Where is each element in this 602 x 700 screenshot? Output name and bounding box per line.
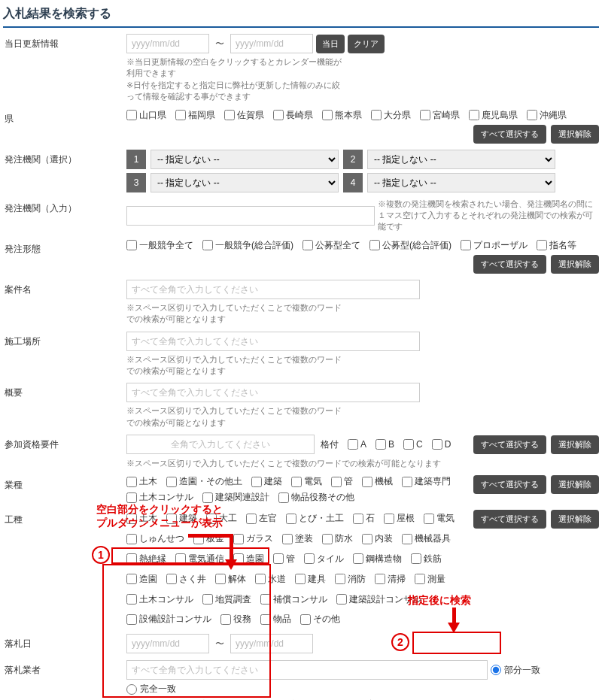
pref-fukuoka[interactable]: 福岡県 bbox=[175, 109, 215, 122]
worktype-30[interactable]: 土木コンサル bbox=[126, 591, 193, 608]
worktype-6[interactable]: 屋根 bbox=[384, 510, 415, 527]
row-industry: 業種 土木 造園・その他土 建築 電気 管 機械 建築専門 土木コンサル 建築関… bbox=[3, 472, 599, 507]
qual-input[interactable] bbox=[126, 435, 315, 454]
worktype-15[interactable]: 熱絶縁 bbox=[126, 550, 166, 568]
bidtype-4[interactable]: プロポーザル bbox=[461, 239, 528, 252]
bidtype-3[interactable]: 公募型(総合評価) bbox=[369, 239, 451, 252]
worktype-3[interactable]: 左官 bbox=[246, 510, 277, 527]
ind-1[interactable]: 造園・その他土 bbox=[166, 475, 242, 488]
ind-3[interactable]: 電気 bbox=[291, 475, 322, 488]
pref-yamaguchi[interactable]: 山口県 bbox=[126, 109, 166, 122]
orderer-select-1[interactable]: -- 指定しない -- bbox=[150, 150, 339, 169]
worktype-18[interactable]: 管 bbox=[273, 550, 295, 568]
worktype-5[interactable]: 石 bbox=[353, 510, 375, 527]
worktype-22[interactable]: 造園 bbox=[126, 571, 157, 588]
worktype-4[interactable]: とび・土工 bbox=[286, 510, 344, 527]
worktype-24[interactable]: 解体 bbox=[215, 571, 246, 588]
label-summary: 概要 bbox=[3, 383, 126, 403]
orderer-select-4[interactable]: -- 指定しない -- bbox=[367, 173, 555, 192]
label-orderer-sel: 発注機関（選択） bbox=[3, 150, 126, 170]
orderer-select-3[interactable]: -- 指定しない -- bbox=[150, 173, 339, 192]
update-date-to[interactable] bbox=[230, 34, 313, 53]
update-date-from[interactable] bbox=[126, 34, 209, 53]
worktype-20[interactable]: 鋼構造物 bbox=[353, 550, 402, 568]
ind-4[interactable]: 管 bbox=[331, 475, 353, 488]
worktype-27[interactable]: 消防 bbox=[335, 571, 366, 588]
btn-qual-all[interactable]: すべて選択する bbox=[473, 435, 546, 454]
worktype-19[interactable]: タイル bbox=[304, 550, 344, 568]
btn-prefs-all[interactable]: すべて選択する bbox=[473, 125, 546, 144]
rank-d[interactable]: D bbox=[432, 439, 451, 450]
award-date-to[interactable] bbox=[230, 634, 313, 653]
btn-wt-clear[interactable]: 選択解除 bbox=[551, 510, 599, 529]
orderer-select-2[interactable]: -- 指定しない -- bbox=[367, 150, 555, 169]
orderer-input[interactable] bbox=[126, 206, 375, 226]
summary-input[interactable] bbox=[126, 383, 420, 402]
ind-6[interactable]: 建築専門 bbox=[402, 475, 451, 488]
worktype-2[interactable]: 大工 bbox=[206, 510, 237, 527]
worktype-13[interactable]: 内装 bbox=[362, 530, 393, 547]
worktype-9[interactable]: 板金 bbox=[193, 530, 224, 547]
worktype-1[interactable]: 建築 bbox=[166, 510, 197, 527]
worktype-35[interactable]: 役務 bbox=[220, 611, 251, 628]
worktype-16[interactable]: 電気通信 bbox=[175, 550, 224, 568]
worktype-29[interactable]: 測量 bbox=[415, 571, 445, 588]
pref-oita[interactable]: 大分県 bbox=[371, 109, 411, 122]
btn-today[interactable]: 当日 bbox=[316, 35, 345, 53]
worktype-14[interactable]: 機械器具 bbox=[402, 530, 451, 547]
worktype-21[interactable]: 鉄筋 bbox=[411, 550, 442, 568]
worktype-31[interactable]: 地質調査 bbox=[202, 591, 251, 608]
case-name-input[interactable] bbox=[126, 280, 420, 299]
award-co-full[interactable]: 完全一致 bbox=[126, 683, 176, 695]
pref-miyazaki[interactable]: 宮崎県 bbox=[420, 109, 460, 122]
worktype-7[interactable]: 電気 bbox=[424, 510, 455, 527]
btn-qual-clear[interactable]: 選択解除 bbox=[551, 435, 599, 454]
worktype-36[interactable]: 物品 bbox=[260, 611, 291, 628]
ind-7[interactable]: 土木コンサル bbox=[126, 491, 193, 504]
bidtype-0[interactable]: 一般競争全て bbox=[126, 239, 193, 252]
btn-wt-all[interactable]: すべて選択する bbox=[473, 510, 546, 529]
ind-0[interactable]: 土木 bbox=[126, 475, 157, 488]
worktype-25[interactable]: 水道 bbox=[255, 571, 286, 588]
bidtype-2[interactable]: 公募型全て bbox=[303, 239, 360, 252]
ind-8[interactable]: 建築関連設計 bbox=[202, 491, 269, 504]
worktype-28[interactable]: 清掃 bbox=[375, 571, 406, 588]
pref-okinawa[interactable]: 沖縄県 bbox=[527, 109, 567, 122]
award-co-input[interactable] bbox=[126, 660, 488, 680]
worktype-37[interactable]: その他 bbox=[300, 611, 340, 628]
pref-kagoshima[interactable]: 鹿児島県 bbox=[469, 109, 518, 122]
worktype-8[interactable]: しゅんせつ bbox=[126, 530, 184, 547]
rank-a[interactable]: A bbox=[348, 439, 366, 450]
note-orderer-in: ※複数の発注機関を検索されたい場合、発注機関名の間に１マス空けて入力するとそれぞ… bbox=[378, 198, 596, 233]
worktype-26[interactable]: 建具 bbox=[295, 571, 326, 588]
worktype-32[interactable]: 補償コンサル bbox=[260, 591, 327, 608]
btn-clear-date[interactable]: クリア bbox=[348, 35, 385, 53]
btn-ind-all[interactable]: すべて選択する bbox=[473, 475, 546, 494]
bidtype-5[interactable]: 指名等 bbox=[537, 239, 576, 252]
worktype-11[interactable]: 塗装 bbox=[282, 530, 313, 547]
place-input[interactable] bbox=[126, 332, 420, 351]
ind-9[interactable]: 物品役務その他 bbox=[278, 491, 354, 504]
pref-kumamoto[interactable]: 熊本県 bbox=[322, 109, 362, 122]
btn-prefs-clear[interactable]: 選択解除 bbox=[551, 125, 599, 144]
btn-bidtype-clear[interactable]: 選択解除 bbox=[551, 255, 599, 274]
pref-nagasaki[interactable]: 長崎県 bbox=[273, 109, 313, 122]
ind-2[interactable]: 建築 bbox=[251, 475, 282, 488]
worktype-10[interactable]: ガラス bbox=[233, 530, 273, 547]
rank-c[interactable]: C bbox=[403, 439, 423, 450]
annotation-1-arrow-h bbox=[188, 534, 233, 538]
worktype-12[interactable]: 防水 bbox=[322, 530, 353, 547]
award-date-from[interactable] bbox=[126, 634, 209, 653]
worktype-23[interactable]: さく井 bbox=[166, 571, 206, 588]
worktype-33[interactable]: 建築設計コンサル bbox=[336, 591, 421, 608]
rank-b[interactable]: B bbox=[375, 439, 394, 450]
btn-bidtype-all[interactable]: すべて選択する bbox=[473, 255, 546, 274]
worktype-34[interactable]: 設備設計コンサル bbox=[126, 611, 211, 628]
pref-saga[interactable]: 佐賀県 bbox=[224, 109, 264, 122]
bidtype-1[interactable]: 一般競争(総合評価) bbox=[202, 239, 293, 252]
worktype-0[interactable]: 土木 bbox=[126, 510, 157, 527]
worktype-17[interactable]: 造園 bbox=[233, 550, 264, 568]
award-co-partial[interactable]: 部分一致 bbox=[491, 664, 540, 677]
ind-5[interactable]: 機械 bbox=[362, 475, 393, 488]
btn-ind-clear[interactable]: 選択解除 bbox=[551, 475, 599, 494]
